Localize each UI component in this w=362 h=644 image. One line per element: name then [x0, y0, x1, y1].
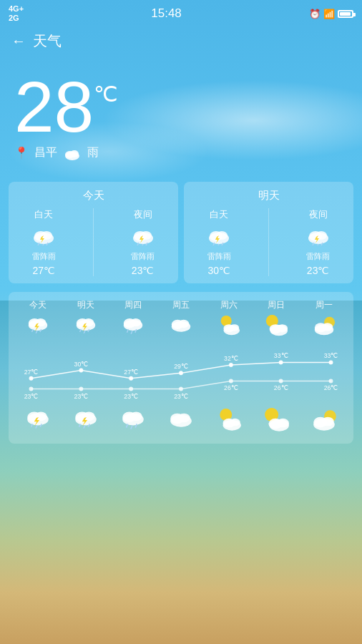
tomorrow-night-desc: 雷阵雨: [306, 251, 330, 262]
clock: 15:48: [151, 6, 182, 21]
week-top-icon: [121, 314, 145, 338]
svg-text:23℃: 23℃: [124, 393, 138, 400]
bottom-icon-col-5: [254, 407, 298, 438]
week-top-icon: [169, 314, 193, 336]
svg-point-120: [230, 419, 240, 426]
svg-line-28: [317, 244, 318, 245]
main-temp-area: 28 ℃ 📍 昌平 雨: [0, 57, 362, 167]
bottom-weather-icon: [167, 407, 195, 431]
bottom-weather-icon: [215, 407, 243, 438]
svg-line-97: [31, 424, 33, 427]
svg-point-66: [29, 376, 34, 381]
week-top-icon: [26, 314, 50, 338]
tomorrow-panel-title: 明天: [190, 189, 348, 203]
back-button[interactable]: ←: [11, 33, 26, 49]
bottom-icon-col-4: [207, 407, 251, 438]
week-day-label: 明天: [77, 299, 94, 311]
bottom-icon-col-1: [64, 407, 108, 438]
week-day-label: 周六: [220, 299, 238, 311]
today-day-desc: 雷阵雨: [32, 251, 56, 262]
svg-line-49: [132, 331, 133, 334]
tomorrow-night-icon: [305, 224, 331, 248]
svg-point-86: [179, 387, 183, 391]
svg-point-53: [178, 320, 189, 328]
svg-point-76: [279, 361, 283, 365]
svg-text:23℃: 23℃: [24, 393, 39, 400]
tomorrow-day-desc: 雷阵雨: [207, 251, 231, 262]
tomorrow-night-temp: 23℃: [307, 265, 330, 276]
svg-point-80: [29, 387, 34, 391]
svg-line-35: [36, 331, 37, 333]
bottom-icon-col-6: [302, 407, 346, 438]
svg-point-82: [79, 387, 83, 391]
svg-point-110: [130, 412, 142, 421]
weekly-days-row: 今天 明天 周四 周五 周六: [14, 299, 348, 343]
svg-line-112: [131, 426, 132, 429]
page-title: 天气: [33, 31, 62, 51]
today-night-icon: [130, 224, 156, 248]
bottom-weather-icon: [119, 407, 147, 434]
today-day-icon: [31, 224, 57, 248]
status-icons: ⏰ 📶: [309, 9, 353, 19]
svg-point-68: [79, 369, 83, 373]
svg-point-70: [129, 376, 133, 381]
svg-point-47: [131, 318, 142, 326]
tomorrow-day-temp: 30℃: [208, 265, 231, 276]
cloud-icon: [63, 146, 82, 160]
today-day-label: 白天: [34, 208, 53, 221]
svg-text:26℃: 26℃: [224, 385, 238, 392]
today-night-desc: 雷阵雨: [131, 251, 155, 262]
svg-point-61: [277, 325, 288, 333]
svg-point-65: [322, 323, 333, 331]
week-col-1: 明天: [64, 299, 108, 343]
svg-point-90: [279, 379, 283, 384]
status-bar: 4G+ 2G 15:48 ⏰ 📶: [0, 0, 362, 26]
bottom-icon-col-0: [16, 407, 60, 438]
week-day-label: 周一: [315, 299, 333, 311]
tomorrow-day-col: 白天 雷阵雨 30℃: [206, 208, 232, 276]
tomorrow-day-icon: [206, 224, 232, 248]
week-day-label: 今天: [29, 299, 47, 311]
header: ← 天气: [0, 26, 362, 57]
svg-line-14: [142, 244, 143, 245]
tomorrow-night-col: 夜间 雷阵雨 23℃: [305, 208, 331, 276]
svg-point-2: [70, 150, 79, 157]
svg-point-57: [229, 325, 238, 331]
week-col-3: 周五: [159, 299, 203, 343]
battery-icon: [338, 10, 353, 18]
today-night-col: 夜间 雷阵雨 23℃: [130, 208, 156, 276]
svg-line-42: [84, 331, 85, 333]
bottom-weather-icon: [310, 407, 338, 438]
today-night-temp: 23℃: [132, 265, 155, 276]
svg-text:23℃: 23℃: [174, 393, 188, 400]
bottom-weather-icon: [263, 407, 290, 438]
svg-point-116: [178, 414, 190, 423]
week-day-label: 周五: [172, 299, 190, 311]
location-row: 📍 昌平 雨: [14, 145, 348, 160]
svg-text:33℃: 33℃: [274, 353, 288, 360]
svg-point-78: [329, 361, 333, 365]
svg-line-105: [84, 426, 85, 429]
week-top-icon: [74, 314, 98, 338]
today-panel-title: 今天: [14, 189, 172, 203]
svg-point-74: [229, 363, 233, 367]
svg-point-128: [321, 417, 333, 426]
svg-line-41: [79, 329, 81, 332]
today-night-label: 夜间: [134, 208, 152, 221]
svg-text:23℃: 23℃: [74, 393, 89, 400]
bottom-icons-row: [14, 407, 348, 438]
svg-text:30℃: 30℃: [74, 361, 89, 368]
svg-line-104: [79, 424, 80, 427]
svg-point-88: [229, 379, 233, 384]
temp-unit: ℃: [94, 84, 118, 105]
bottom-weather-icon: [72, 407, 99, 434]
svg-text:33℃: 33℃: [324, 353, 338, 360]
svg-text:26℃: 26℃: [324, 385, 338, 392]
alarm-icon: ⏰: [309, 9, 321, 19]
svg-line-21: [217, 244, 219, 245]
temp-chart: 27℃30℃27℃29℃32℃33℃33℃23℃23℃23℃23℃26℃26℃2…: [17, 347, 345, 404]
svg-text:27℃: 27℃: [24, 369, 39, 376]
svg-text:27℃: 27℃: [124, 369, 138, 376]
week-top-icon: [264, 314, 288, 341]
signal-indicator: 4G+ 2G: [9, 4, 24, 23]
